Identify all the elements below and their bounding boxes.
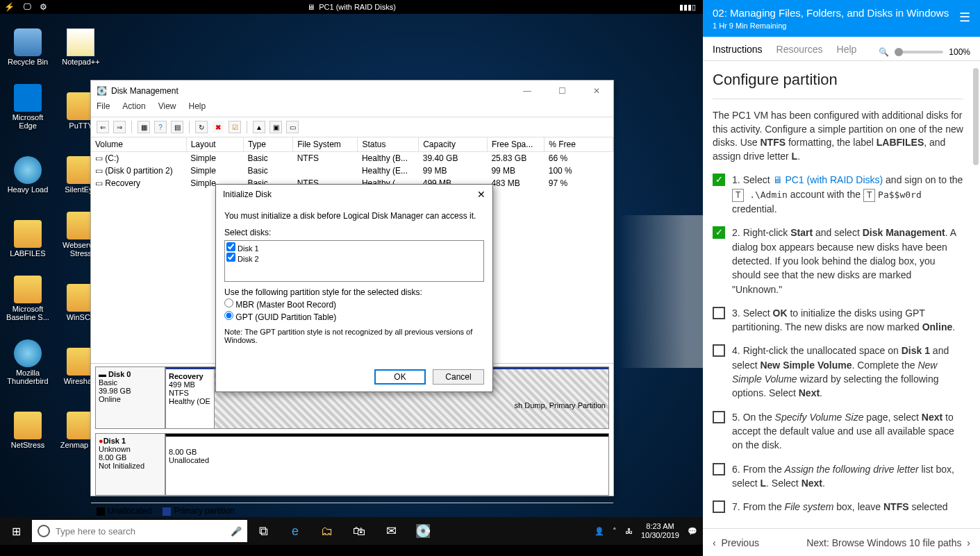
tool-icon[interactable]: ▦ (138, 121, 150, 133)
desktop-icon[interactable]: Microsoft Baseline S... (3, 273, 52, 321)
desktop-icon[interactable]: NetStress (3, 401, 52, 449)
col-header[interactable]: Status (358, 137, 419, 152)
prev-button[interactable]: ‹ Previous (713, 537, 759, 548)
desktop-icon[interactable]: Heavy Load (3, 145, 52, 194)
mbr-radio[interactable]: MBR (Master Boot Record) (224, 298, 484, 310)
step-5: 5.On the Specify Volume Size page, selec… (713, 410, 963, 453)
dm-title: Disk Management (111, 86, 178, 96)
delete-icon[interactable]: ✖ (212, 121, 224, 133)
volume-row[interactable]: ▭ (Disk 0 partition 2)SimpleBasicHealthy… (91, 165, 613, 177)
help-icon[interactable]: ? (154, 121, 167, 133)
step-checkbox[interactable]: ✓ (713, 226, 725, 239)
tool-icon[interactable]: ▭ (286, 121, 299, 133)
col-header[interactable]: Type (243, 137, 292, 152)
menu-help[interactable]: Help (189, 101, 206, 117)
taskview-icon[interactable]: ⧉ (247, 517, 279, 545)
col-header[interactable]: Volume (91, 137, 186, 152)
initialize-disk-dialog[interactable]: Initialize Disk ✕ You must initialize a … (215, 184, 493, 392)
store-icon[interactable]: 🛍 (343, 517, 375, 545)
volume-row[interactable]: ▭ (C:)SimpleBasicNTFSHealthy (B...39.40 … (91, 152, 613, 165)
instructions-body[interactable]: Configure partition The PC1 VM has been … (703, 61, 980, 528)
step-7: 7.From the File system box, leave NTFS s… (713, 500, 963, 514)
lab-title: 02: Managing Files, Folders, and Disks i… (713, 7, 970, 19)
gpt-radio[interactable]: GPT (GUID Partition Table) (224, 311, 484, 322)
disk-1-row[interactable]: ●Disk 1 Unknown 8.00 GB Not Initialized … (95, 433, 609, 496)
tab-resources[interactable]: Resources (776, 44, 823, 60)
instructions-panel: 02: Managing Files, Folders, and Disks i… (703, 0, 980, 556)
disk-checkbox[interactable]: Disk 1 (226, 242, 482, 253)
desktop-icon[interactable]: Notepad++ (56, 17, 105, 66)
col-header[interactable]: File System (293, 137, 358, 152)
signal-icon: ▮▮▮▯ (679, 3, 696, 12)
zoom-value: 100% (949, 47, 970, 57)
col-header[interactable]: Free Spa... (487, 137, 544, 152)
col-header[interactable]: Layout (186, 137, 243, 152)
vm-top-bar: ⚡ 🖵 ⚙ 🖥 PC1 (with RAID Disks) ▮▮▮▯ (0, 0, 703, 14)
explorer-icon[interactable]: 🗂 (311, 517, 343, 545)
step-checkbox[interactable] (713, 411, 725, 423)
close-icon[interactable]: ✕ (477, 189, 485, 200)
desktop[interactable]: ⚡ 🖵 ⚙ 🖥 PC1 (with RAID Disks) ▮▮▮▯ Recyc… (0, 0, 703, 517)
tool-icon[interactable]: ▤ (171, 121, 183, 133)
tab-instructions[interactable]: Instructions (713, 44, 763, 60)
cancel-button[interactable]: Cancel (433, 369, 484, 385)
search-box[interactable]: Type here to search 🎤 (32, 520, 247, 542)
col-header[interactable]: % Free (545, 137, 613, 152)
tray-net-icon[interactable]: 🖧 (625, 527, 633, 535)
time-remaining: 1 Hr 9 Min Remaining (713, 22, 970, 30)
step-1: ✓1.Select 🖥 PC1 (with RAID Disks) and si… (713, 173, 963, 216)
close-button[interactable]: ✕ (585, 86, 608, 96)
menu-action[interactable]: Action (122, 101, 145, 117)
refresh-icon[interactable]: ↻ (195, 121, 208, 133)
step-6: 6.From the Assign the following drive le… (713, 462, 963, 491)
notifications-icon[interactable]: 💬 (688, 527, 697, 536)
desktop-icon[interactable]: Microsoft Edge (3, 81, 52, 130)
tool-icon[interactable]: ▲ (253, 121, 265, 133)
step-checkbox[interactable] (713, 344, 725, 357)
next-button[interactable]: Next: Browse Windows 10 file paths › (806, 537, 970, 548)
desktop-icon[interactable]: Recycle Bin (3, 17, 52, 66)
desktop-icon[interactable]: LABFILES (3, 209, 52, 258)
disk-select-list[interactable]: Disk 1 Disk 2 (224, 240, 484, 282)
col-header[interactable]: Capacity (419, 137, 488, 152)
monitor-icon[interactable]: 🖵 (23, 2, 31, 12)
maximize-button[interactable]: ☐ (551, 86, 573, 96)
check-icon[interactable]: ☑ (229, 121, 241, 133)
mail-icon[interactable]: ✉ (375, 517, 407, 545)
clock[interactable]: 8:23 AM 10/30/2019 (641, 522, 679, 540)
back-icon[interactable]: ⇐ (97, 121, 109, 133)
step-3: 3.Select OK to initialize the disks usin… (713, 306, 963, 335)
taskbar[interactable]: ⊞ Type here to search 🎤 ⧉ e 🗂 🛍 ✉ 💽 👤 ˄ … (0, 517, 703, 545)
step-checkbox[interactable] (713, 463, 725, 475)
menu-icon[interactable]: ☰ (959, 10, 970, 25)
minimize-button[interactable]: — (516, 86, 538, 96)
step-checkbox[interactable]: ✓ (713, 174, 725, 186)
desktop-icon[interactable]: Mozilla Thunderbird (3, 337, 52, 385)
menu-view[interactable]: View (158, 101, 176, 117)
people-icon[interactable]: 👤 (595, 527, 604, 536)
dm-legend: Unallocated Primary partition (91, 503, 613, 519)
mic-icon[interactable]: 🎤 (231, 526, 242, 537)
cortana-icon (38, 525, 50, 537)
step-checkbox[interactable] (713, 307, 725, 319)
step-2: ✓2.Right-click Start and select Disk Man… (713, 226, 963, 296)
step-4: 4.Right-click the unallocated space on D… (713, 344, 963, 400)
step-checkbox[interactable] (713, 500, 725, 513)
edge-icon[interactable]: e (279, 517, 311, 545)
fwd-icon[interactable]: ⇒ (113, 121, 126, 133)
tab-help[interactable]: Help (837, 44, 857, 60)
search-icon[interactable]: 🔍 (879, 47, 889, 57)
dm-taskbar-icon[interactable]: 💽 (407, 517, 439, 545)
intro-text: The PC1 VM has been configured with addi… (713, 109, 963, 163)
tray-up-icon[interactable]: ˄ (613, 527, 617, 536)
disk-checkbox[interactable]: Disk 2 (226, 253, 482, 263)
ok-button[interactable]: OK (374, 369, 426, 385)
menu-file[interactable]: File (97, 101, 110, 117)
vm-title: 🖥 PC1 (with RAID Disks) (307, 3, 396, 11)
dialog-title: Initialize Disk (223, 189, 272, 199)
gear-icon[interactable]: ⚙ (40, 2, 47, 12)
pin-icon[interactable]: ⚡ (4, 2, 15, 12)
start-button[interactable]: ⊞ (0, 517, 32, 545)
zoom-slider[interactable] (895, 51, 943, 53)
tool-icon[interactable]: ▣ (269, 121, 282, 133)
